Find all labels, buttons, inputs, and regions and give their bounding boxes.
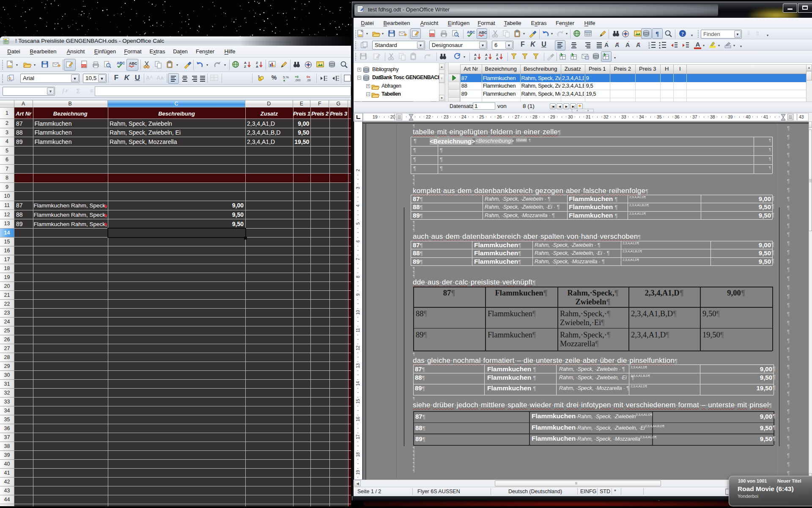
svg-text:Z: Z [485,57,487,61]
svg-text:0x: 0x [307,75,310,79]
svg-text:+0: +0 [295,75,299,79]
svg-text:A: A [256,65,258,69]
svg-text:PDF: PDF [82,65,87,67]
svg-text:ABC: ABC [479,30,487,35]
svg-text:A: A [474,53,477,57]
svg-text:A: A [496,57,499,61]
svg-text:PDF: PDF [430,34,435,36]
svg-text:$: $ [258,75,260,78]
svg-text:¶: ¶ [656,30,659,37]
svg-text:A: A [244,61,247,65]
svg-text:?: ? [681,31,684,37]
svg-text:A: A [485,53,488,57]
svg-text:Z: Z [496,53,498,57]
svg-text:5,%: 5,% [283,75,289,79]
svg-text:Z: Z [474,57,476,61]
svg-text:ABC: ABC [129,61,137,66]
svg-text:Z: Z [256,61,258,65]
svg-text:3.: 3. [648,47,650,49]
svg-text:,00: ,00 [307,79,311,82]
svg-text:,000: ,000 [295,79,301,82]
svg-text:Z: Z [244,65,246,69]
